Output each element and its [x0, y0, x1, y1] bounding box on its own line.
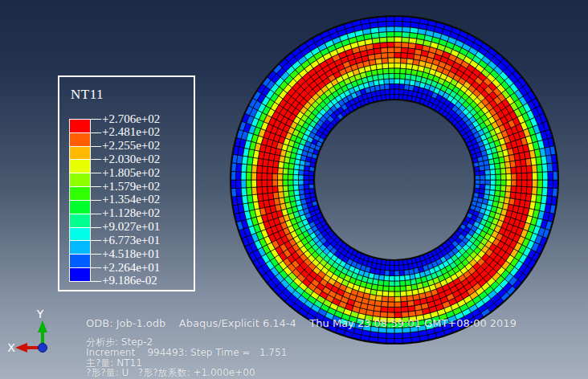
legend-swatch: [69, 132, 91, 147]
z-axis-dot: [39, 344, 47, 353]
legend-tick: [91, 214, 101, 214]
legend-value: +1.805e+02: [102, 166, 160, 180]
legend-tick: [91, 200, 101, 201]
legend-value: +4.518e+01: [102, 247, 160, 261]
legend-tick: [91, 254, 101, 255]
legend-value: +2.030e+02: [102, 153, 160, 166]
legend-swatch: [69, 119, 91, 133]
legend-value: +2.264e+01: [102, 261, 160, 275]
x-axis-arrowhead: [15, 343, 27, 353]
legend-tick: [91, 132, 101, 133]
status-odb-line: ODB: Job-1.odb Abaqus/Explicit 6.14-4 Th…: [86, 318, 517, 328]
y-axis-arrowhead: [38, 320, 47, 332]
legend-value: +2.255e+02: [102, 139, 160, 153]
legend-tick: [91, 159, 101, 160]
abaqus-viewport: NT11 +2.706e+02+2.481e+02+2.255e+02+2.03…: [0, 0, 588, 379]
legend-value: +2.706e+02: [102, 112, 160, 126]
legend-value: +1.579e+02: [102, 180, 160, 194]
legend-value: +1.128e+02: [102, 206, 160, 220]
legend-swatch: [69, 159, 91, 173]
legend-swatch: [69, 240, 91, 255]
y-axis-label: Y: [36, 308, 44, 320]
legend-value: +9.027e+01: [102, 220, 160, 234]
legend-swatch: [69, 186, 91, 201]
status-deformed-var-line: ?形?量: U ?形?放系数: +1.000e+00: [86, 368, 255, 378]
legend-swatch: [69, 214, 91, 228]
legend-tick: [91, 240, 101, 241]
legend-tick: [91, 227, 101, 228]
legend-value: +9.186e-02: [102, 274, 157, 287]
x-axis-label: X: [7, 341, 15, 354]
legend-swatch: [69, 146, 91, 161]
legend-value: +1.354e+02: [102, 193, 160, 206]
legend-swatch: [69, 267, 91, 282]
legend-tick: [91, 281, 101, 282]
legend-tick: [91, 119, 101, 120]
legend: NT11 +2.706e+02+2.481e+02+2.255e+02+2.03…: [58, 75, 195, 291]
legend-tick: [91, 267, 101, 268]
legend-swatch: [69, 227, 91, 242]
legend-tick: [91, 173, 101, 173]
legend-tick: [91, 186, 101, 187]
legend-tick: [91, 146, 101, 147]
orientation-triad: Y X: [0, 299, 80, 379]
legend-title: NT11: [71, 87, 104, 103]
legend-swatch: [69, 200, 91, 214]
legend-swatch: [69, 254, 91, 268]
legend-value: +6.773e+01: [102, 234, 160, 247]
legend-swatch: [69, 173, 91, 187]
legend-value: +2.481e+02: [102, 125, 160, 139]
